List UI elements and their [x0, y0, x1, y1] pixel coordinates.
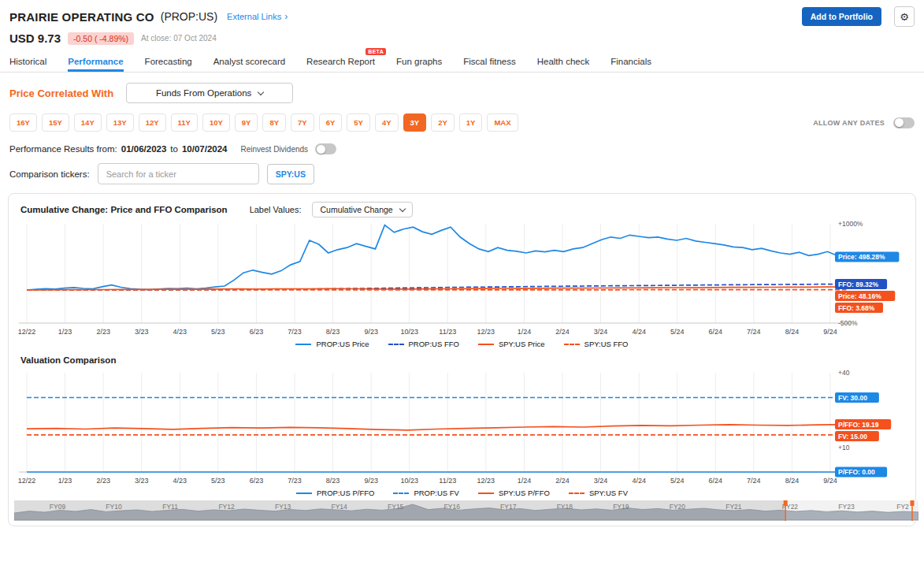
- svg-text:1/23: 1/23: [58, 328, 72, 336]
- legend-item-prop-us-ffo[interactable]: PROP:US FFO: [388, 340, 459, 348]
- range-button-10y[interactable]: 10Y: [202, 113, 230, 132]
- svg-text:+1000%: +1000%: [838, 220, 863, 228]
- svg-text:+40: +40: [838, 369, 850, 377]
- external-links-link[interactable]: External Links ›: [227, 12, 288, 21]
- reinvest-dividends-label: Reinvest Dividends: [240, 145, 308, 154]
- svg-text:5/23: 5/23: [211, 477, 225, 485]
- label-values-dropdown[interactable]: Cumulative Change: [312, 202, 412, 217]
- legend-item-spy-us-fv[interactable]: SPY:US FV: [569, 489, 628, 497]
- svg-text:2/24: 2/24: [555, 328, 570, 336]
- svg-text:7/23: 7/23: [288, 328, 302, 336]
- price-correlated-label: Price Correlated With: [9, 87, 113, 99]
- chart1-title: Cumulative Change: Price and FFO Compari…: [20, 205, 228, 214]
- tab-fun-graphs[interactable]: Fun graphs: [396, 51, 442, 72]
- range-button-9y[interactable]: 9Y: [235, 113, 258, 132]
- legend-item-prop-us-p-ffo[interactable]: PROP:US P/FFO: [296, 489, 374, 497]
- range-buttons: 16Y15Y14Y13Y12Y11Y10Y9Y8Y7Y6Y5Y4Y3Y2Y1YM…: [9, 113, 518, 132]
- ticker-search-input[interactable]: [98, 163, 259, 184]
- allow-any-dates-toggle[interactable]: [893, 117, 915, 128]
- svg-text:FY19: FY19: [613, 503, 629, 511]
- svg-text:5/23: 5/23: [211, 328, 225, 336]
- range-button-1y[interactable]: 1Y: [459, 113, 483, 132]
- svg-text:FFO: 89.32%: FFO: 89.32%: [838, 281, 878, 288]
- tab-performance[interactable]: Performance: [68, 51, 123, 72]
- svg-text:6/24: 6/24: [709, 477, 723, 485]
- legend-item-prop-us-price[interactable]: PROP:US Price: [295, 340, 369, 348]
- tab-analyst-scorecard[interactable]: Analyst scorecard: [213, 51, 285, 72]
- svg-text:FV: 15.00: FV: 15.00: [838, 433, 867, 440]
- legend-item-spy-us-price[interactable]: SPY:US Price: [478, 340, 545, 348]
- legend-item-spy-us-ffo[interactable]: SPY:US FFO: [564, 340, 629, 348]
- svg-text:Price: 48.16%: Price: 48.16%: [838, 292, 881, 300]
- svg-text:FY13: FY13: [275, 503, 291, 511]
- range-button-15y[interactable]: 15Y: [42, 113, 69, 132]
- svg-text:FY10: FY10: [106, 503, 122, 511]
- svg-text:10/23: 10/23: [400, 328, 418, 336]
- svg-text:3/24: 3/24: [594, 477, 608, 485]
- svg-text:FY15: FY15: [388, 503, 404, 511]
- tab-forecasting[interactable]: Forecasting: [145, 51, 192, 72]
- legend-label: PROP:US FFO: [409, 340, 459, 348]
- svg-text:12/22: 12/22: [18, 328, 36, 336]
- range-button-12y[interactable]: 12Y: [139, 113, 166, 132]
- svg-text:Price: 498.28%: Price: 498.28%: [838, 253, 885, 261]
- tab-fiscal-fitness[interactable]: Fiscal fitness: [463, 51, 515, 72]
- valuation-chart[interactable]: 12/221/232/233/234/235/236/237/238/239/2…: [14, 368, 910, 488]
- tab-health-check[interactable]: Health check: [537, 51, 589, 72]
- tab-financials[interactable]: Financials: [610, 51, 651, 72]
- tab-label: Forecasting: [145, 57, 192, 66]
- range-button-11y[interactable]: 11Y: [171, 113, 198, 132]
- allow-any-dates-label: ALLOW ANY DATES: [813, 119, 885, 127]
- tab-historical[interactable]: Historical: [9, 51, 46, 72]
- settings-button[interactable]: ⚙: [894, 6, 915, 27]
- svg-text:8/24: 8/24: [785, 477, 800, 485]
- svg-text:11/23: 11/23: [439, 328, 456, 336]
- svg-text:1/24: 1/24: [518, 477, 532, 485]
- svg-text:11/23: 11/23: [439, 477, 456, 485]
- svg-text:FY2: FY2: [896, 503, 909, 511]
- correlation-dropdown[interactable]: Funds From Operations: [126, 83, 293, 103]
- tab-label: Research Report: [306, 57, 375, 66]
- add-to-portfolio-button[interactable]: Add to Portfolio: [802, 7, 881, 26]
- legend-item-prop-us-fv[interactable]: PROP:US FV: [393, 489, 459, 497]
- header: PRAIRIE OPERATING CO (PROP:US) External …: [0, 0, 924, 45]
- svg-text:4/24: 4/24: [632, 477, 646, 485]
- range-button-6y[interactable]: 6Y: [319, 113, 343, 132]
- tab-research-report[interactable]: Research ReportBETA: [306, 51, 375, 72]
- svg-text:FY17: FY17: [500, 503, 517, 511]
- svg-text:P/FFO: 19.19: P/FFO: 19.19: [838, 421, 879, 429]
- chart1-legend: PROP:US PricePROP:US FFOSPY:US PriceSPY:…: [14, 340, 910, 348]
- external-links-label: External Links: [227, 12, 281, 21]
- page: PRAIRIE OPERATING CO (PROP:US) External …: [0, 0, 924, 526]
- range-button-8y[interactable]: 8Y: [262, 113, 286, 132]
- svg-text:6/23: 6/23: [250, 328, 264, 336]
- chart2-legend: PROP:US P/FFOPROP:US FVSPY:US P/FFOSPY:U…: [14, 489, 910, 497]
- svg-text:P/FFO: 0.00: P/FFO: 0.00: [838, 468, 875, 476]
- range-button-16y[interactable]: 16Y: [9, 113, 37, 132]
- date-from: 01/06/2023: [121, 144, 167, 154]
- range-button-7y[interactable]: 7Y: [291, 113, 314, 132]
- ticker-symbol: (PROP:US): [161, 10, 217, 23]
- svg-text:9/23: 9/23: [364, 328, 378, 336]
- svg-text:FY11: FY11: [162, 503, 178, 511]
- range-button-max[interactable]: MAX: [487, 113, 518, 132]
- range-button-2y[interactable]: 2Y: [431, 113, 455, 132]
- legend-swatch: [478, 344, 494, 345]
- range-button-13y[interactable]: 13Y: [106, 113, 134, 132]
- range-button-5y[interactable]: 5Y: [347, 113, 370, 132]
- legend-label: PROP:US P/FFO: [317, 489, 374, 497]
- label-values-dropdown-value: Cumulative Change: [320, 205, 392, 214]
- svg-text:8/23: 8/23: [326, 477, 340, 485]
- timeline-navigator[interactable]: FY09FY10FY11FY12FY13FY14FY15FY16FY17FY18…: [14, 500, 910, 521]
- chart2-title: Valuation Comparison: [14, 351, 910, 368]
- range-button-4y[interactable]: 4Y: [375, 113, 399, 132]
- range-button-3y[interactable]: 3Y: [403, 113, 427, 132]
- cumulative-change-chart[interactable]: 12/221/232/233/234/235/236/237/238/239/2…: [14, 219, 910, 339]
- svg-text:FV: 30.00: FV: 30.00: [838, 394, 867, 402]
- svg-text:5/24: 5/24: [670, 328, 685, 336]
- legend-item-spy-us-p-ffo[interactable]: SPY:US P/FFO: [478, 489, 550, 497]
- reinvest-dividends-toggle[interactable]: [315, 143, 336, 154]
- comparison-ticker-chip[interactable]: SPY:US: [267, 164, 314, 184]
- range-button-14y[interactable]: 14Y: [74, 113, 102, 132]
- svg-text:4/23: 4/23: [173, 477, 187, 485]
